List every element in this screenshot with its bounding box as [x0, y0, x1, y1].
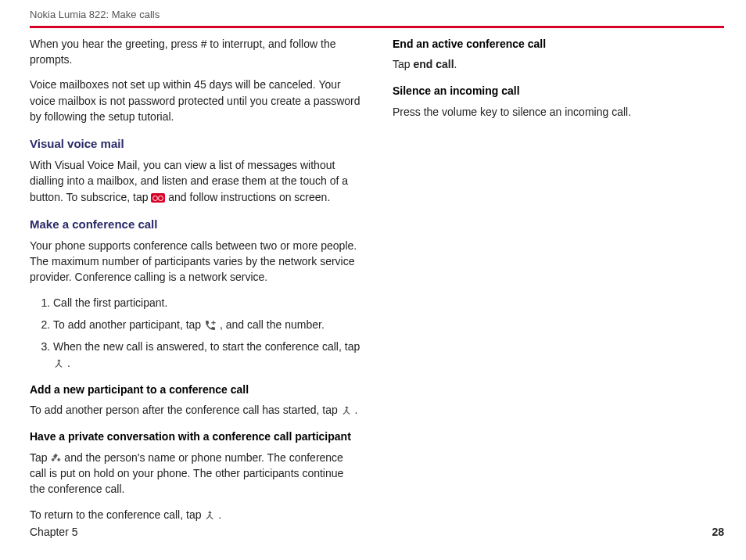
- add-call-icon: [204, 319, 217, 332]
- silence-text: Press the volume key to silence an incom…: [393, 104, 724, 120]
- conference-text: Your phone supports conference calls bet…: [30, 238, 361, 285]
- step-3: When the new call is answered, to start …: [53, 339, 361, 371]
- step-2-before: To add another participant, tap: [53, 318, 204, 331]
- heading-private-conversation: Have a private conversation with a confe…: [30, 429, 361, 444]
- end-text-c: .: [454, 58, 457, 70]
- step-1: Call the first participant.: [53, 295, 361, 311]
- add-participant-text: To add another person after the conferen…: [30, 402, 361, 418]
- priv-2-after: .: [218, 508, 221, 521]
- header-title: Nokia Lumia 822: Make calls: [30, 9, 160, 20]
- merge-calls-icon: [204, 510, 215, 521]
- vvm-text-after: and follow instructions on screen.: [168, 191, 330, 203]
- step-2: To add another participant, tap , and ca…: [53, 317, 361, 332]
- end-text-b: end call: [413, 58, 454, 70]
- split-call-icon: [50, 453, 61, 464]
- end-conference-text: Tap end call.: [393, 56, 724, 72]
- page-header: Nokia Lumia 822: Make calls: [30, 8, 724, 28]
- heading-make-conference-call: Make a conference call: [30, 216, 361, 233]
- heading-end-conference: End an active conference call: [393, 36, 724, 52]
- private-text-2: To return to the conference call, tap .: [30, 507, 361, 522]
- addp-before: To add another person after the conferen…: [30, 404, 341, 416]
- page-footer: Chapter 5 28: [30, 524, 724, 540]
- step-1-text: Call the first participant.: [53, 296, 167, 309]
- heading-visual-voice-mail: Visual voice mail: [30, 135, 361, 153]
- page-number: 28: [712, 524, 724, 540]
- priv-1-before: Tap: [30, 451, 50, 464]
- column-right: End an active conference call Tap end ca…: [393, 36, 724, 532]
- heading-add-participant: Add a new participant to a conference ca…: [30, 382, 361, 397]
- intro-paragraph-2: Voice mailboxes not set up within 45 day…: [30, 77, 361, 124]
- merge-calls-icon: [53, 358, 64, 369]
- conference-steps: Call the first participant. To add anoth…: [30, 295, 361, 371]
- intro-paragraph-1: When you hear the greeting, press # to i…: [30, 36, 361, 68]
- addp-after: .: [355, 404, 358, 416]
- voicemail-icon: [151, 193, 165, 203]
- visual-voice-mail-text: With Visual Voice Mail, you can view a l…: [30, 157, 361, 205]
- step-3-before: When the new call is answered, to start …: [53, 340, 360, 353]
- priv-2-before: To return to the conference call, tap: [30, 508, 204, 521]
- content-columns: When you hear the greeting, press # to i…: [30, 36, 724, 532]
- chapter-label: Chapter 5: [30, 524, 77, 540]
- manual-page: Nokia Lumia 822: Make calls When you hea…: [0, 0, 746, 560]
- step-2-after: , and call the number.: [220, 318, 325, 331]
- step-3-after: .: [67, 357, 70, 369]
- column-left: When you hear the greeting, press # to i…: [30, 36, 361, 532]
- private-text-1: Tap and the person's name or phone numbe…: [30, 450, 361, 497]
- merge-calls-icon: [341, 405, 352, 416]
- end-text-a: Tap: [393, 58, 413, 70]
- priv-1-after: and the person's name or phone number. T…: [30, 451, 343, 496]
- heading-silence-call: Silence an incoming call: [393, 83, 724, 99]
